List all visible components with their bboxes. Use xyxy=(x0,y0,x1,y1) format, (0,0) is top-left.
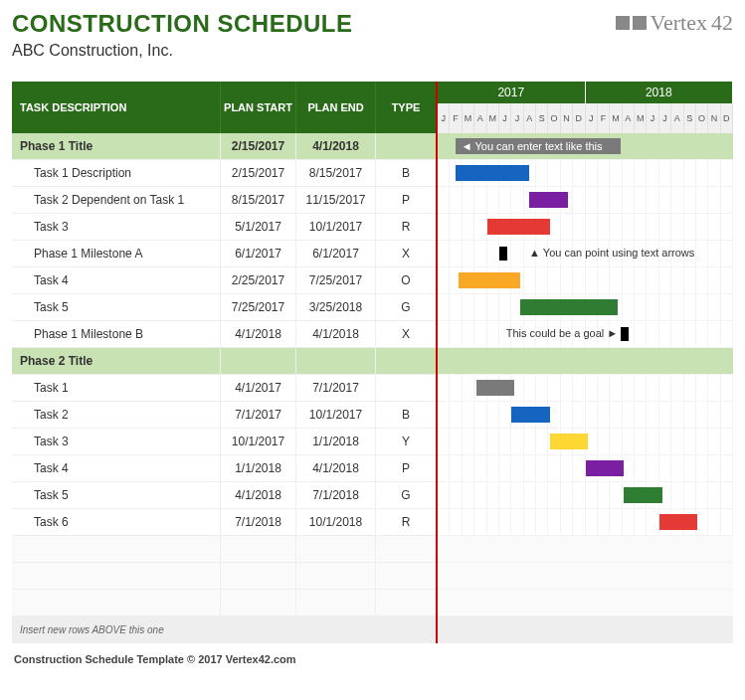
table-row[interactable]: Task 42/25/20177/25/2017O xyxy=(12,267,436,294)
table-row[interactable]: Task 41/1/20184/1/2018P xyxy=(12,455,436,482)
plan-end-cell: 6/1/2017 xyxy=(296,241,376,266)
plan-end-cell: 7/1/2017 xyxy=(296,375,376,401)
plan-end-cell: 4/1/2018 xyxy=(296,133,376,159)
gantt-row xyxy=(438,482,733,509)
header: CONSTRUCTION SCHEDULE ABC Construction, … xyxy=(12,10,733,60)
table-row[interactable]: Phase 1 Title2/15/20174/1/2018 xyxy=(12,133,436,160)
plan-start-cell: 7/25/2017 xyxy=(221,294,296,320)
gantt-row xyxy=(438,402,733,429)
empty-row[interactable] xyxy=(12,536,436,563)
table-row[interactable]: Task 2 Dependent on Task 18/15/201711/15… xyxy=(12,187,436,214)
task-name: Task 2 xyxy=(12,402,221,428)
empty-row[interactable] xyxy=(12,590,436,616)
type-cell xyxy=(376,348,436,374)
task-name: Phase 1 Milestone B xyxy=(12,321,221,347)
gantt-bar xyxy=(487,219,549,235)
plan-end-cell: 8/15/2017 xyxy=(296,160,376,186)
table-row[interactable]: Task 54/1/20187/1/2018G xyxy=(12,482,436,509)
month-label: M xyxy=(463,103,474,133)
table-row[interactable]: Task 310/1/20171/1/2018Y xyxy=(12,429,436,455)
month-label: M xyxy=(635,103,647,133)
month-label: D xyxy=(573,103,585,133)
plan-start-cell: 2/25/2017 xyxy=(221,267,296,293)
gantt-bar xyxy=(550,434,589,449)
col-task-description: TASK DESCRIPTION xyxy=(12,82,221,133)
month-label: J xyxy=(647,103,658,133)
plan-end-cell: 7/1/2018 xyxy=(296,482,376,508)
empty-row[interactable] xyxy=(12,563,436,590)
type-cell: G xyxy=(376,294,436,320)
month-label: J xyxy=(586,103,598,133)
month-label: S xyxy=(684,103,696,133)
table-row[interactable]: Task 14/1/20177/1/2017 xyxy=(12,375,436,402)
gantt-row: ◄ You can enter text like this xyxy=(438,133,733,160)
plan-start-cell xyxy=(221,348,296,374)
table-row[interactable]: Phase 1 Milestone B4/1/20184/1/2018X xyxy=(12,321,436,348)
task-name: Task 6 xyxy=(12,509,221,535)
gantt-bar xyxy=(624,487,662,503)
plan-start-cell: 2/15/2017 xyxy=(221,160,296,186)
month-label: A xyxy=(671,103,683,133)
page-subtitle: ABC Construction, Inc. xyxy=(12,42,353,60)
plan-start-cell: 4/1/2017 xyxy=(221,375,296,401)
table-row[interactable]: Task 1 Description2/15/20178/15/2017B xyxy=(12,160,436,187)
annotation-text: ◄ You can enter text like this xyxy=(462,140,603,152)
type-cell xyxy=(376,375,436,401)
task-table: TASK DESCRIPTION PLAN START PLAN END TYP… xyxy=(12,82,438,643)
gantt-row: ▲ You can point using text arrows xyxy=(438,241,733,267)
task-name: Task 4 xyxy=(12,455,221,481)
task-name: Task 1 Description xyxy=(12,160,221,186)
milestone-marker xyxy=(621,327,629,341)
table-row[interactable]: Phase 2 Title xyxy=(12,348,436,375)
task-name: Phase 1 Milestone A xyxy=(12,241,221,266)
gantt-row xyxy=(438,455,733,482)
month-label: J xyxy=(499,103,511,133)
type-cell: G xyxy=(376,482,436,508)
task-name: Task 1 xyxy=(12,375,221,401)
plan-start-cell: 4/1/2018 xyxy=(221,321,296,347)
table-row[interactable]: Task 27/1/201710/1/2017B xyxy=(12,402,436,429)
gantt-row xyxy=(438,348,733,375)
plan-end-cell: 3/25/2018 xyxy=(296,294,376,320)
table-row[interactable]: Task 67/1/201810/1/2018R xyxy=(12,509,436,536)
gantt-area: 20172018 JFMAMJJASONDJFMAMJJASOND ◄ You … xyxy=(438,82,733,643)
month-label: S xyxy=(536,103,548,133)
table-row[interactable]: Phase 1 Milestone A6/1/20176/1/2017X xyxy=(12,241,436,267)
type-cell: P xyxy=(376,187,436,213)
type-cell: X xyxy=(376,321,436,347)
milestone-marker xyxy=(499,247,507,261)
task-name: Task 4 xyxy=(12,267,221,293)
plan-end-cell: 11/15/2017 xyxy=(296,187,376,213)
month-label: O xyxy=(696,103,708,133)
type-cell xyxy=(376,133,436,159)
month-label: A xyxy=(474,103,486,133)
gantt-bar xyxy=(476,380,515,396)
annotation-text: This could be a goal ► xyxy=(506,327,618,339)
month-label: A xyxy=(524,103,536,133)
month-label: J xyxy=(659,103,671,133)
gantt-row xyxy=(438,536,733,563)
plan-end-cell: 7/25/2017 xyxy=(296,267,376,293)
plan-end-cell: 1/1/2018 xyxy=(296,429,376,454)
plan-start-cell: 7/1/2018 xyxy=(221,509,296,535)
page-title: CONSTRUCTION SCHEDULE xyxy=(12,10,353,38)
col-plan-start: PLAN START xyxy=(221,82,296,133)
type-cell: O xyxy=(376,267,436,293)
plan-start-cell: 1/1/2018 xyxy=(221,455,296,481)
plan-end-cell: 4/1/2018 xyxy=(296,455,376,481)
gantt-row xyxy=(438,429,733,455)
year-label: 2018 xyxy=(586,82,734,103)
task-name: Phase 2 Title xyxy=(12,348,221,374)
table-row[interactable]: Task 35/1/201710/1/2017R xyxy=(12,214,436,241)
type-cell: B xyxy=(376,160,436,186)
gantt-bar xyxy=(456,165,529,181)
gantt-bar xyxy=(520,299,618,315)
table-row[interactable]: Task 57/25/20173/25/2018G xyxy=(12,294,436,321)
gantt-row xyxy=(438,375,733,402)
gantt-row: This could be a goal ► xyxy=(438,321,733,348)
task-name: Task 3 xyxy=(12,214,221,240)
month-label: A xyxy=(623,103,635,133)
type-cell: X xyxy=(376,241,436,266)
gantt-bar xyxy=(659,514,698,530)
plan-end-cell: 4/1/2018 xyxy=(296,321,376,347)
